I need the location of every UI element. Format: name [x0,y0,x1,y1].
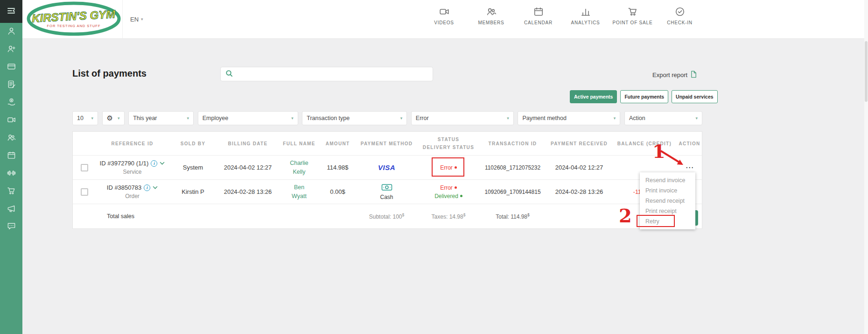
nav-members[interactable]: MEMBERS [468,6,515,25]
gym-logo[interactable]: KIRSTIN'S GYM FOR TESTING AND STUFF [26,1,124,37]
status-value: Error [416,115,429,121]
search-input[interactable] [237,71,428,78]
member-name-link[interactable]: Charlie Kelly [286,159,312,177]
users-group-icon [7,133,16,144]
tab-unpaid-services[interactable]: Unpaid services [672,90,718,103]
chevron-down-icon: ▾ [400,116,403,121]
logo-subtitle: FOR TESTING AND STUFF [47,24,100,28]
menu-item-print-receipt[interactable]: Print receipt [640,206,695,216]
payment-method-select[interactable]: Payment method▾ [518,111,620,125]
scrollbar[interactable] [864,0,868,334]
info-icon[interactable]: i [151,160,157,167]
sidebar-toggle-button[interactable] [0,0,22,23]
status-error: Error [440,184,453,192]
payment-method-label: Cash [380,194,393,200]
column-header-payment-received: PAYMENT RECEIVED [546,140,612,148]
sidebar-item-messages[interactable] [0,218,22,236]
search-box [220,67,433,81]
calendar-icon [7,151,16,162]
menu-item-retry[interactable]: Retry [640,216,695,227]
sidebar [0,0,22,334]
tab-future-payments[interactable]: Future payments [620,90,668,103]
menu-item-resend-receipt[interactable]: Resend receipt [640,196,695,206]
error-dot [455,166,457,169]
sidebar-item-payouts[interactable] [0,94,22,112]
error-dot [455,186,457,189]
period-select[interactable]: This year▾ [128,111,194,125]
info-icon[interactable]: i [144,185,150,191]
sidebar-item-payments[interactable] [0,58,22,76]
action-value: Action [629,115,645,121]
column-header-status: STATUSDELIVERY STATUS [418,135,479,151]
dumbbell-icon [7,169,16,179]
nav-calendar[interactable]: CALENDAR [515,6,562,25]
nav-videos[interactable]: VIDEOS [420,6,468,25]
employee-value: Employee [203,115,229,121]
column-header-reference-id: REFERENCE ID [96,140,168,148]
language-selector[interactable]: EN ▾ [122,0,143,38]
chevron-down-icon: ▾ [141,17,143,21]
row-checkbox[interactable] [81,164,88,171]
column-header-billing-date: BILLING DATE [217,140,278,148]
nav-check-in[interactable]: CHECK-IN [656,6,703,25]
expand-chevron-icon[interactable] [153,186,158,189]
billing-date: 2024-02-28 13:26 [224,188,272,195]
sidebar-item-marketing[interactable] [0,200,22,218]
nav-point-of-sale[interactable]: POINT OF SALE [609,6,656,25]
amount: 0.00$ [330,188,345,195]
menu-item-resend-invoice[interactable]: Resend invoice [640,175,695,185]
megaphone-icon [7,204,16,215]
sidebar-item-calendar[interactable] [0,147,22,165]
sidebar-item-profile[interactable] [0,23,22,41]
export-report-label: Export report [652,71,687,78]
delivered-dot [460,195,462,197]
settings-select[interactable]: ⚙▾ [102,111,125,125]
column-header-transaction-id: TRANSACTION ID [479,140,546,148]
sidebar-item-members[interactable] [0,129,22,147]
status-select[interactable]: Error▾ [411,111,514,125]
menu-item-print-invoice[interactable]: Print invoice [640,185,695,196]
page-size-select[interactable]: 10▾ [72,111,98,125]
transaction-type-value: Transaction type [307,115,350,121]
expand-chevron-icon[interactable] [160,162,165,165]
tab-label: Active payments [574,94,613,99]
page-title: List of payments [72,68,147,79]
tab-active-payments[interactable]: Active payments [570,90,617,103]
export-report-link[interactable]: Export report [652,71,697,79]
status-delivered: Delivered [434,192,458,200]
member-name-link[interactable]: Ben Wyatt [286,183,312,201]
scrollbar-thumb[interactable] [865,41,868,102]
table-row: ID #3850783 i Order Kirstin P 2024-02-28… [73,180,702,204]
visa-logo: VISA [378,163,395,171]
column-header-payment-method: PAYMENT METHOD [355,140,418,148]
column-header-amount: AMOUNT [320,140,355,148]
members-icon [486,6,497,17]
page-size-value: 10 [77,115,84,121]
transaction-id: 1092069_1709144815 [484,189,540,195]
reference-type: Service [123,169,141,175]
employee-select[interactable]: Employee▾ [198,111,298,125]
row-actions-button[interactable]: ⋯ [686,163,693,171]
nav-analytics[interactable]: ANALYTICS [562,6,609,25]
check-in-icon [674,6,686,17]
sidebar-item-workouts[interactable] [0,165,22,183]
total-value: Total: 114.98$ [496,213,530,220]
action-select[interactable]: Action▾ [624,111,702,125]
credit-card-icon [7,62,16,73]
sidebar-item-documents[interactable] [0,76,22,94]
chat-icon [7,222,16,233]
hand-money-icon [7,98,16,108]
nav-label: ANALYTICS [571,20,600,25]
payment-received: 2024-04-02 12:27 [555,164,603,171]
sold-by: System [183,164,203,171]
sidebar-item-videos[interactable] [0,112,22,129]
document-edit-icon [7,80,16,91]
period-value: This year [133,115,157,121]
shopping-cart-icon [7,186,16,197]
sidebar-item-add-member[interactable] [0,41,22,58]
row-checkbox[interactable] [81,188,88,196]
transaction-type-select[interactable]: Transaction type▾ [302,111,407,125]
reference-type: Order [125,193,140,199]
sidebar-item-shop[interactable] [0,183,22,200]
payments-screen: KIRSTIN'S GYM FOR TESTING AND STUFF EN ▾… [0,0,868,334]
